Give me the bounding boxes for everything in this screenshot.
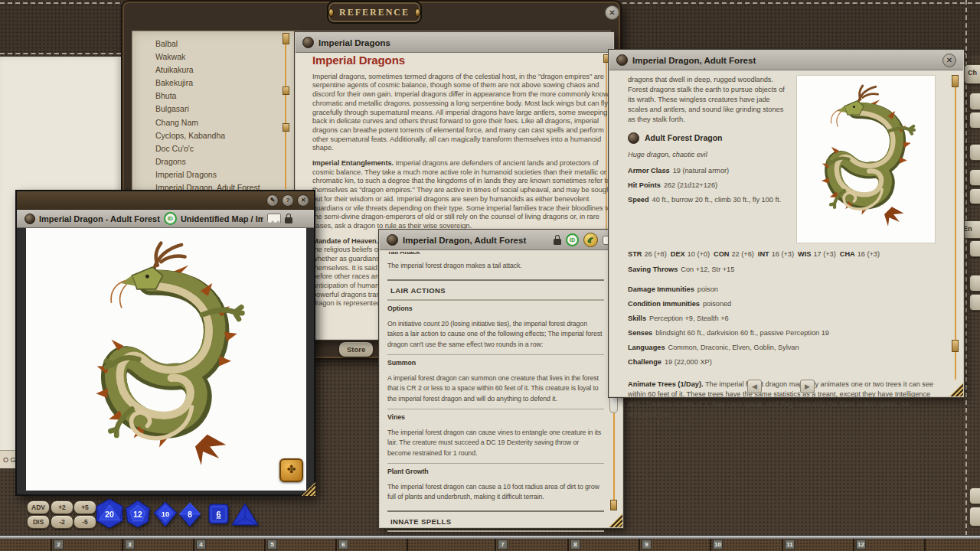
statblock-section: On initiative count 20 (losing initiativ… [387, 317, 604, 355]
reference-window-tab[interactable]: REFERENCE [327, 1, 422, 24]
statblock-section: Plant Growth [387, 463, 604, 480]
scrollbar-marker[interactable] [283, 86, 289, 95]
image-window[interactable]: ✎ ? ✕ Imperial Dragon - Adult Forest ID … [15, 190, 315, 496]
lock-icon[interactable] [554, 235, 561, 245]
hotbar-divider [193, 539, 194, 551]
page-next-button[interactable]: ▶ [800, 380, 815, 393]
hotbar-divider [853, 539, 854, 551]
die-d8[interactable]: 8 [178, 502, 202, 527]
detail-close-button[interactable]: ✕ [942, 54, 956, 67]
sidebar-tab[interactable] [969, 188, 980, 204]
detail-dragon-image[interactable] [796, 75, 936, 243]
zoom-reset-button[interactable]: ✤ [279, 458, 303, 482]
hotbar-divider [639, 539, 640, 551]
hotbar-divider [924, 539, 926, 551]
hotbar-divider [495, 539, 496, 551]
reference-list-item[interactable]: Doc Cu'o'c [155, 142, 260, 155]
modifier-button[interactable]: -2 [51, 515, 74, 529]
reference-scrollbar[interactable] [285, 36, 286, 189]
modifier-button[interactable]: +5 [74, 500, 96, 514]
scrollbar-anchor-icon[interactable] [952, 75, 959, 87]
mask-icon[interactable] [267, 214, 281, 223]
hotbar-divider [335, 539, 337, 551]
resize-grip[interactable] [949, 383, 963, 396]
sidebar-tab[interactable] [969, 112, 980, 129]
sidebar-tab[interactable] [969, 144, 980, 161]
die-d20[interactable]: 20 [95, 498, 124, 529]
sidebar-tab[interactable] [969, 487, 980, 504]
stat-line: Damage Immunitiespoison [628, 285, 936, 295]
lore-window-titlebar[interactable]: Imperial Dragons [296, 33, 613, 53]
image-window-title: Imperial Dragon - Adult Forest [39, 214, 160, 223]
hotbar-slot-number: 6 [338, 540, 348, 549]
reference-list-item[interactable]: Atuikakura [155, 64, 260, 77]
image-help-button[interactable]: ? [282, 194, 294, 207]
modifier-button[interactable]: ADV [27, 500, 50, 514]
sidebar-tab[interactable] [969, 169, 980, 186]
reference-list-item[interactable]: Wakwak [155, 51, 260, 64]
modifier-button[interactable]: DIS [27, 515, 50, 529]
reference-list-item[interactable]: Imperial Dragons [155, 168, 260, 181]
page-prev-button[interactable]: ◀ [747, 380, 762, 393]
hotbar-slot-number: 11 [785, 540, 795, 549]
lock-icon[interactable] [285, 214, 292, 223]
reference-list-item[interactable]: Bhuta [155, 90, 260, 103]
modifier-button[interactable]: -5 [74, 515, 96, 529]
sidebar-tab[interactable] [969, 93, 980, 110]
reference-list-item[interactable]: Bakekujira [155, 77, 260, 90]
hotbar[interactable]: 23456789101112 [0, 539, 980, 551]
die-d12[interactable]: 12 [124, 500, 152, 528]
window-handle-icon[interactable] [387, 234, 398, 246]
reference-list-item[interactable]: Bulgasari [155, 103, 260, 116]
npc-link-icon[interactable] [628, 132, 639, 144]
image-close-button[interactable]: ✕ [297, 194, 309, 207]
detail-scrollbar[interactable] [955, 80, 956, 380]
reference-list-item[interactable]: Balbal [155, 37, 260, 51]
sidebar-tab-label: Ch [968, 69, 977, 77]
lore-paragraph: Imperial Entanglements. Imperial dragons… [312, 158, 612, 230]
hotbar-slot-number: 3 [125, 540, 135, 549]
window-handle-icon[interactable] [302, 37, 314, 48]
npc-trait: Animate Trees (1/Day). The imperial fore… [628, 380, 936, 429]
hotbar-divider [407, 539, 408, 551]
statblock-titlebar[interactable]: Imperial Dragon, Adult Forest ID [380, 230, 622, 250]
hotbar-divider [122, 539, 123, 551]
scrollbar-anchor-icon[interactable] [283, 33, 289, 44]
lore-paragraph-text: Imperial dragons are defenders of ancien… [312, 158, 612, 230]
reference-tab-label: REFERENCE [339, 7, 410, 18]
reference-list-item[interactable]: Cyclops, Kabandha [155, 129, 260, 142]
reference-close-button[interactable]: ✕ [605, 5, 619, 20]
identified-badge[interactable]: ID [164, 212, 177, 225]
detail-titlebar[interactable]: Imperial Dragon, Adult Forest ✕ [609, 51, 963, 70]
lore-window-title: Imperial Dragons [318, 38, 390, 47]
npc-stats-lower: Damage ImmunitiespoisonCondition Immunit… [628, 285, 936, 367]
image-edit-button[interactable]: ✎ [266, 194, 279, 207]
scrollbar-anchor-icon[interactable] [610, 500, 617, 510]
detail-window[interactable]: Imperial Dragon, Adult Forest ✕ dragons … [609, 50, 964, 397]
dragon-token-icon[interactable] [583, 233, 598, 247]
image-window-titlebar[interactable]: Imperial Dragon - Adult Forest ID Uniden… [17, 210, 314, 228]
statblock-section: INNATE SPELLS [387, 510, 604, 532]
scrollbar-marker[interactable] [283, 123, 289, 132]
identified-badge[interactable]: ID [566, 233, 579, 246]
resize-grip[interactable] [609, 514, 622, 527]
die-d4[interactable] [231, 503, 259, 527]
sidebar-tab[interactable] [969, 240, 980, 257]
reference-list-item[interactable]: Dragons [155, 155, 260, 168]
die-d10[interactable]: 10 [152, 501, 178, 527]
sidebar-tab[interactable] [969, 294, 980, 311]
reference-list-item[interactable]: Chang Nam [155, 116, 260, 129]
image-canvas[interactable] [26, 228, 306, 491]
statblock-window[interactable]: Imperial Dragon, Adult Forest ID Tail At… [379, 230, 623, 528]
store-button[interactable]: Store [338, 341, 374, 357]
sidebar-tab[interactable] [969, 507, 980, 527]
ability-score: STR26 (+8) [628, 250, 667, 258]
window-handle-icon[interactable] [24, 214, 35, 224]
scrollbar-anchor-icon[interactable] [952, 340, 959, 352]
die-d6[interactable]: 6 [208, 504, 229, 524]
sidebar-tab[interactable] [969, 275, 980, 292]
sidebar-tab[interactable]: Ch [964, 64, 980, 84]
modifier-button[interactable]: +2 [51, 500, 74, 514]
statblock-section: Options [387, 300, 604, 317]
window-handle-icon[interactable] [616, 54, 628, 66]
